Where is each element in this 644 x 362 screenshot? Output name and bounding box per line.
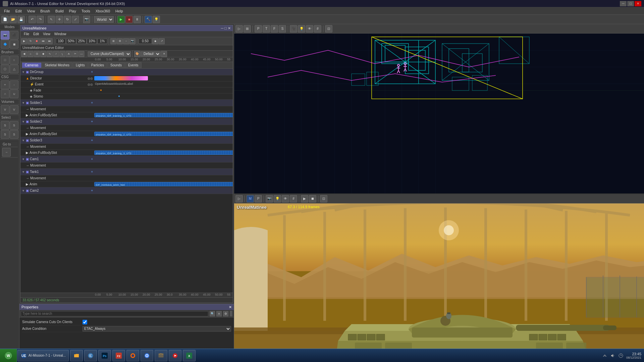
matinee-close-btn[interactable]: ─ □ ✕ bbox=[221, 26, 231, 31]
mat-zoom1-input[interactable] bbox=[66, 39, 76, 44]
mat-loop-btn[interactable]: ↻ bbox=[28, 38, 34, 44]
vol-btn2[interactable]: V bbox=[10, 105, 18, 114]
mat-play-btn[interactable]: ▶ bbox=[21, 38, 27, 44]
vp-bot-matinee-btn[interactable]: M bbox=[247, 195, 254, 202]
vp-top-grid-btn[interactable]: # bbox=[314, 25, 321, 33]
vp-top-front-btn[interactable]: F bbox=[271, 25, 278, 33]
active-condition-select[interactable]: ETAC_Always bbox=[83, 326, 231, 331]
vp-bot-show-btn[interactable]: 👁 bbox=[282, 195, 289, 202]
expand-soldier1[interactable]: ▼ bbox=[22, 101, 25, 105]
taskbar-browser-item[interactable]: IE bbox=[84, 350, 97, 361]
sel-btn4[interactable]: S bbox=[10, 130, 18, 139]
close-button[interactable]: ✕ bbox=[635, 1, 641, 6]
play-button[interactable]: ▶ bbox=[117, 16, 125, 23]
expand-cam1[interactable]: ▼ bbox=[22, 158, 25, 161]
vp-bot-play-btn[interactable]: ▶ bbox=[301, 195, 308, 202]
csg-intersect-btn[interactable]: ∩ bbox=[1, 89, 9, 98]
vp-top-top-btn[interactable]: T bbox=[263, 25, 270, 33]
taskbar-sound-icon[interactable] bbox=[610, 353, 615, 358]
vp-top-cam-btn[interactable]: 🎥 bbox=[290, 25, 297, 33]
mat-menu-edit[interactable]: Edit bbox=[31, 32, 41, 36]
mat-menu-file[interactable]: File bbox=[22, 32, 31, 36]
expand-soldier3[interactable]: ▼ bbox=[22, 139, 25, 142]
vp-bot-maximize-btn[interactable]: ⊡ bbox=[320, 195, 327, 202]
vp-top-side-btn[interactable]: S bbox=[279, 25, 286, 33]
properties-close-btn[interactable]: ✕ bbox=[229, 305, 232, 309]
vp-top-wireframe-btn[interactable]: ⊞ bbox=[244, 25, 251, 33]
curve-zoom-fit-btn[interactable]: ⊡ bbox=[34, 51, 40, 57]
stop-button[interactable]: ■ bbox=[125, 16, 133, 23]
csg-sub-btn[interactable]: - bbox=[10, 80, 18, 89]
undo-button[interactable]: ↶ bbox=[29, 16, 36, 23]
bsp-mode-btn[interactable]: 🔷 bbox=[1, 40, 9, 49]
menu-tools[interactable]: Tools bbox=[79, 8, 93, 14]
simulate-camera-checkbox[interactable] bbox=[83, 320, 87, 324]
properties-search-input[interactable] bbox=[21, 311, 208, 316]
brush-cone-btn[interactable]: △ bbox=[10, 65, 18, 73]
start-button[interactable]: W bbox=[0, 349, 17, 362]
menu-play[interactable]: Play bbox=[66, 8, 79, 14]
vp-top-maximize-btn[interactable]: ⊡ bbox=[325, 25, 332, 33]
director-toggle[interactable]: ◎◎ bbox=[88, 77, 93, 80]
mat-menu-window[interactable]: Window bbox=[52, 32, 68, 36]
mat-zoom2-input[interactable] bbox=[76, 39, 87, 44]
mat-snap-btn[interactable]: ⊞ bbox=[110, 38, 116, 44]
save-button[interactable]: 💾 bbox=[17, 16, 25, 23]
soldier1-add[interactable]: + bbox=[91, 101, 93, 105]
menu-file[interactable]: File bbox=[1, 8, 13, 14]
tab-events[interactable]: Events bbox=[125, 62, 142, 68]
vp-top-show-btn[interactable]: 👁 bbox=[306, 25, 313, 33]
sel-btn1[interactable]: S bbox=[1, 121, 9, 130]
mat-value-input[interactable] bbox=[139, 39, 152, 44]
vp-bot-stop-btn[interactable]: ⏹ bbox=[309, 195, 316, 202]
menu-edit[interactable]: Edit bbox=[13, 8, 24, 14]
scale-button[interactable]: ⤢ bbox=[72, 16, 79, 23]
taskbar-explorer-item[interactable] bbox=[155, 350, 167, 361]
curve-type-dropdown[interactable]: Curve (Auto/Clamped) bbox=[88, 51, 131, 57]
tab-skeletal[interactable]: Skeletal Meshes bbox=[42, 62, 72, 68]
taskbar-media-item[interactable] bbox=[169, 350, 181, 361]
camera-button[interactable]: 📷 bbox=[83, 16, 90, 23]
vp-bot-persp-btn[interactable]: P bbox=[255, 195, 262, 202]
mat-prev-btn[interactable]: ⏮ bbox=[40, 38, 46, 44]
props-filter-button[interactable]: ≡ bbox=[216, 311, 222, 316]
camera-mode-btn[interactable]: 📷 bbox=[1, 31, 9, 40]
mat-settings-btn[interactable]: ⚙ bbox=[117, 38, 123, 44]
curve-close-btn[interactable]: ✕ bbox=[161, 51, 167, 57]
mat-key-btn[interactable]: ◆ bbox=[152, 38, 158, 44]
redo-button[interactable]: ↷ bbox=[37, 16, 44, 23]
tab-particles[interactable]: Particles bbox=[88, 62, 107, 68]
taskbar-ue-item[interactable]: UE AI-Mission-7-1 - Unreal... bbox=[17, 350, 69, 361]
curve-nav-btn[interactable]: ◀ bbox=[21, 51, 27, 57]
curve-key-btn[interactable]: ◆ bbox=[40, 51, 46, 57]
move-button[interactable]: ✛ bbox=[56, 16, 63, 23]
curve-auto-btn[interactable]: A bbox=[66, 51, 72, 57]
cam1-add[interactable]: + bbox=[91, 157, 93, 161]
curve-constant-btn[interactable]: ┐ bbox=[59, 51, 65, 57]
mat-record-btn[interactable]: ⏺ bbox=[34, 38, 40, 44]
curve-tan-btn[interactable]: ∿ bbox=[47, 51, 53, 57]
curve-linear-btn[interactable]: / bbox=[53, 51, 59, 57]
tab-cameras[interactable]: Cameras bbox=[22, 62, 42, 68]
mat-next-btn[interactable]: ⏭ bbox=[47, 38, 53, 44]
props-search-button[interactable]: 🔍 bbox=[210, 311, 215, 316]
select-mode-button[interactable]: ↖ bbox=[48, 16, 55, 23]
menu-xbox360[interactable]: Xbox360 bbox=[93, 8, 113, 14]
pause-button[interactable]: ⏸ bbox=[133, 16, 141, 23]
tab-sounds[interactable]: Sounds bbox=[107, 62, 125, 68]
menu-brush[interactable]: Brush bbox=[38, 8, 53, 14]
build-all-button[interactable]: 🔨 bbox=[145, 16, 152, 23]
mat-zoom3-input[interactable] bbox=[87, 39, 97, 44]
lighting-button[interactable]: 💡 bbox=[153, 16, 160, 23]
goto-btn[interactable]: → bbox=[2, 148, 11, 157]
soldier3-add[interactable]: + bbox=[91, 138, 93, 142]
open-button[interactable]: 📂 bbox=[9, 16, 17, 23]
soldier2-add[interactable]: + bbox=[91, 120, 93, 123]
menu-view[interactable]: View bbox=[24, 8, 38, 14]
vp-top-light-btn[interactable]: 💡 bbox=[298, 25, 305, 33]
sel-btn3[interactable]: S bbox=[1, 130, 9, 139]
menu-build[interactable]: Build bbox=[53, 8, 66, 14]
curve-flatten-btn[interactable]: — bbox=[78, 51, 85, 57]
curve-break-btn[interactable]: ✂ bbox=[72, 51, 78, 57]
tank1-add[interactable]: + bbox=[91, 170, 93, 174]
